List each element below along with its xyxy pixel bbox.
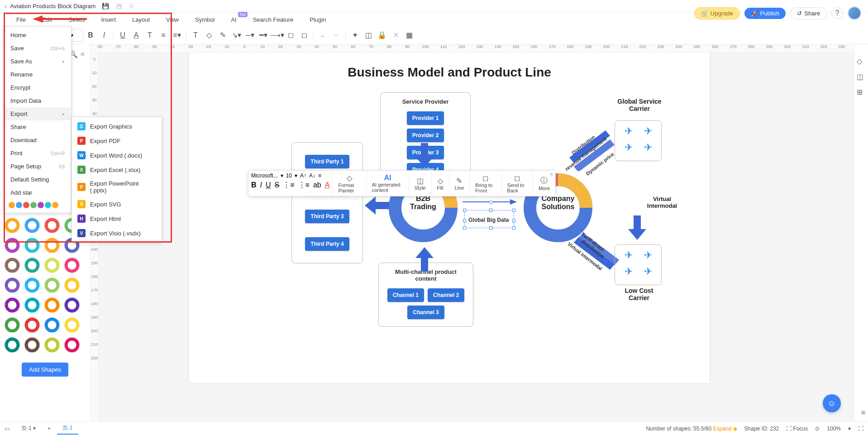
font-decrease-icon[interactable]: A↓ [309, 172, 315, 179]
shape-swatch[interactable] [63, 257, 81, 274]
menu-add-star[interactable]: Add star [4, 186, 71, 199]
file-menu-palette[interactable] [4, 199, 71, 211]
text-color-icon[interactable]: A [130, 29, 143, 42]
sparkle-icon[interactable]: ✦ [348, 29, 361, 42]
menu-select[interactable]: Select [60, 16, 93, 23]
strike-icon[interactable]: S [275, 181, 280, 189]
menu-print[interactable]: PrintCtrl+P [4, 147, 71, 160]
grid-icon[interactable]: ⊞ [857, 88, 866, 97]
menu-download[interactable]: Download [4, 134, 71, 147]
export-ppt[interactable]: PExport PowerPoint (.pptx) [72, 177, 162, 197]
shape-swatch[interactable] [24, 316, 41, 334]
provider-chip[interactable]: Provider 2 [407, 129, 444, 142]
ai-content-button[interactable]: AIAI generated content [367, 171, 409, 196]
line-weight-icon[interactable]: ━▾ [257, 29, 270, 42]
zoom-dropdown-icon[interactable]: ▾ [848, 425, 851, 432]
star-title-icon[interactable]: ☆ [129, 3, 134, 10]
menu-export[interactable]: Export▸ [4, 107, 71, 120]
channel-chip[interactable]: Channel 1 [387, 288, 424, 302]
save-title-icon[interactable]: 💾 [102, 3, 109, 10]
menu-plugin[interactable]: Plugin [301, 16, 334, 23]
export-title-icon[interactable]: ◳ [116, 3, 122, 10]
menu-insert[interactable]: Insert [93, 16, 124, 23]
align-icon[interactable]: ≡ [318, 172, 321, 179]
export-visio[interactable]: VExport Visio (.vsdx) [72, 226, 162, 240]
highlight-icon[interactable]: ab [313, 181, 321, 189]
underline-icon[interactable]: U [266, 181, 271, 189]
shape-swatch[interactable] [4, 316, 21, 334]
shape-swatch[interactable] [24, 257, 41, 274]
table-icon[interactable]: ▦ [403, 29, 415, 42]
underline-icon[interactable]: U [116, 29, 129, 42]
multichannel-box[interactable]: Multi-channel product content Channel 1 … [378, 263, 473, 327]
provider-chip[interactable]: Provider 1 [407, 111, 444, 125]
menu-save[interactable]: SaveCtrl+S [4, 42, 71, 55]
menu-import-data[interactable]: Import Data [4, 94, 71, 107]
menu-save-as[interactable]: Save As▸ [4, 55, 71, 68]
shape-swatch[interactable] [4, 217, 21, 234]
shape-swatch[interactable] [4, 237, 21, 254]
shape-swatch[interactable] [63, 316, 81, 334]
chat-bubble[interactable]: ☺ [823, 394, 841, 412]
shape-swatch[interactable] [24, 237, 41, 254]
menu-rename[interactable]: Rename [4, 68, 71, 81]
properties-icon[interactable]: ◫ [857, 72, 866, 81]
italic-icon[interactable]: I [98, 29, 110, 42]
zoom-level[interactable]: 100% [827, 425, 841, 432]
paint-bucket-icon[interactable]: ◇ [857, 57, 866, 66]
text-tool-icon[interactable]: T [189, 29, 202, 42]
pages-icon[interactable]: ▭ [5, 425, 10, 432]
ctx-font-select[interactable]: Microsoft... [251, 172, 278, 179]
text-style-icon[interactable]: T [143, 29, 156, 42]
arrow-style-icon[interactable]: ⟶▾ [271, 29, 283, 42]
page-select[interactable]: 页-1 ▾ [16, 423, 41, 434]
layer-front-icon[interactable]: ◻ [284, 29, 297, 42]
export-excel[interactable]: XExport Excel (.xlsx) [72, 163, 162, 177]
channel-chip[interactable]: Channel 2 [428, 288, 464, 302]
bullet-icon[interactable]: ⋮≡ [283, 181, 294, 189]
shape-swatch[interactable] [63, 336, 81, 354]
third-party-chip[interactable]: Third Party 1 [305, 155, 349, 168]
menu-encrypt[interactable]: Encrypt [4, 81, 71, 94]
add-page-icon[interactable]: + [48, 425, 51, 432]
menu-home[interactable]: Home [4, 29, 71, 42]
shape-swatch[interactable] [24, 296, 41, 314]
shape-swatch[interactable] [43, 296, 61, 314]
collapse-right-icon[interactable]: ≡ [861, 409, 865, 417]
menu-symbol[interactable]: Symbol [187, 16, 223, 23]
bring-front-button[interactable]: ◻Bring to Front [470, 171, 501, 196]
fullscreen-icon[interactable]: ⛶ [858, 425, 863, 432]
shape-swatch[interactable] [63, 277, 81, 294]
fill-icon[interactable]: ◇ [203, 29, 215, 42]
shape-swatch[interactable] [4, 296, 21, 314]
channel-chip[interactable]: Channel 3 [407, 306, 444, 319]
export-word[interactable]: WExport Word (.docx) [72, 148, 162, 163]
line-style-icon[interactable]: ─▾ [243, 29, 256, 42]
close-icon[interactable]: ✕ [549, 172, 553, 177]
canvas[interactable]: Business Model and Product Line Service … [99, 53, 854, 421]
export-graphics[interactable]: GExport Graphics [72, 119, 162, 134]
send-back-button[interactable]: ◻Send to Back [502, 171, 533, 196]
focus-button[interactable]: ⛶ Focus [786, 425, 808, 432]
menu-edit[interactable]: Edit [34, 16, 60, 23]
menu-default-setting[interactable]: Default Setting [4, 173, 71, 186]
lcc-plane-box[interactable]: ✈✈ ✈✈ [615, 244, 662, 285]
style-button[interactable]: ◫Style [409, 171, 431, 196]
global-big-data-label[interactable]: Global Big Data [468, 217, 509, 223]
shape-swatch[interactable] [24, 217, 41, 234]
shape-swatch[interactable] [43, 237, 61, 254]
shape-swatch[interactable] [24, 336, 41, 354]
shape-swatch[interactable] [43, 336, 61, 354]
export-svg[interactable]: SExport SVG [72, 197, 162, 211]
page-tab[interactable]: 页-1 [57, 422, 78, 435]
menu-layout[interactable]: Layout [124, 16, 158, 23]
collapse-icon[interactable]: « [81, 50, 85, 58]
shape-swatch[interactable] [43, 217, 61, 234]
third-party-chip[interactable]: Third Party 3 [305, 210, 349, 223]
menu-file[interactable]: File [8, 16, 34, 23]
third-party-box[interactable]: Third Party 1 Third Party 2 Third Party … [291, 142, 363, 263]
line-button[interactable]: ✎Line [449, 171, 470, 196]
italic-icon[interactable]: I [260, 181, 262, 189]
pen-icon[interactable]: ✎ [216, 29, 229, 42]
shape-swatch[interactable] [63, 296, 81, 314]
